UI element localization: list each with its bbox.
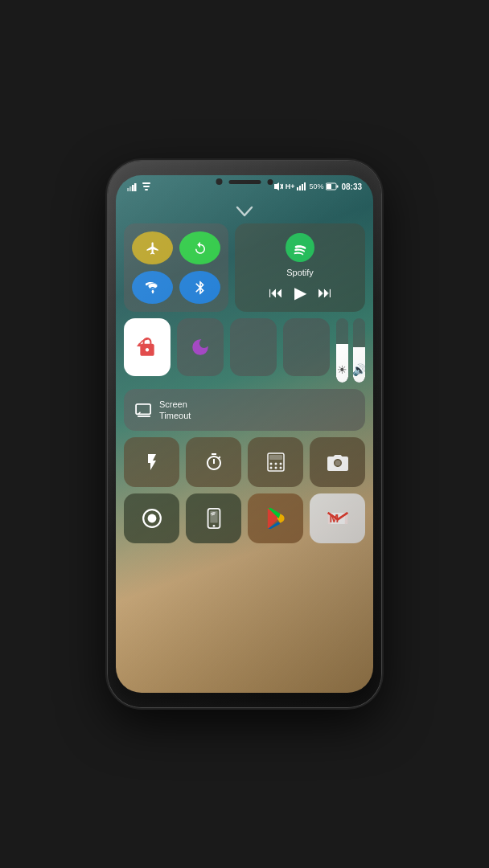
cell-signal-icon (297, 182, 306, 190)
screen-timeout-button[interactable]: Screen Timeout (124, 389, 365, 431)
svg-rect-11 (299, 186, 301, 190)
screen-timeout-label-line2: Timeout (159, 410, 191, 421)
timer-button[interactable] (186, 437, 241, 487)
network-type-label: H+ (286, 182, 295, 190)
svg-rect-4 (142, 182, 150, 184)
svg-rect-18 (136, 404, 150, 415)
spotify-panel: Spotify ⏮ ▶ ⏭ (235, 223, 365, 312)
camera-button[interactable] (310, 437, 365, 487)
front-camera-secondary (268, 179, 273, 185)
svg-rect-2 (132, 185, 134, 191)
spotify-controls: ⏮ ▶ ⏭ (269, 283, 332, 302)
svg-point-24 (269, 467, 272, 469)
svg-rect-34 (344, 513, 347, 524)
mute-icon (273, 182, 283, 191)
svg-point-21 (269, 463, 272, 465)
record-icon (142, 508, 162, 529)
chevron-down-icon[interactable] (236, 204, 253, 221)
svg-rect-1 (129, 186, 132, 191)
battery-label: 50% (309, 182, 323, 190)
front-camera-dot (216, 178, 223, 185)
play-store-button[interactable] (248, 493, 303, 543)
utility-row (124, 437, 365, 487)
spotify-play-button[interactable]: ▶ (294, 283, 306, 302)
volume-slider[interactable]: 🔊 (353, 318, 365, 383)
brightness-icon: ☀ (337, 363, 347, 376)
lock-rotation-icon (137, 337, 158, 358)
svg-point-25 (274, 467, 277, 469)
phone-screen: H+ 50% 08:33 (116, 175, 373, 693)
screen-timeout-row: Screen Timeout (124, 389, 365, 431)
svg-rect-20 (269, 455, 282, 460)
time-label: 08:33 (341, 182, 362, 191)
notch-area (216, 178, 273, 185)
status-right-icons: H+ 50% 08:33 (273, 182, 362, 191)
spotify-label: Spotify (286, 268, 314, 277)
connectivity-row: Spotify ⏮ ▶ ⏭ (124, 223, 365, 312)
spotify-prev-button[interactable]: ⏮ (269, 285, 283, 301)
empty-tile-1 (230, 318, 277, 376)
spotify-logo (286, 233, 314, 262)
app-row: M (124, 493, 365, 543)
moon-icon (190, 337, 211, 358)
speaker-bar (229, 180, 261, 184)
calculator-icon (267, 452, 285, 472)
rotation-lock-button[interactable] (179, 231, 220, 264)
signal-bars-icon (127, 182, 138, 191)
camera-icon (327, 453, 348, 471)
flashlight-button[interactable] (124, 437, 179, 487)
svg-rect-12 (302, 184, 303, 190)
svg-text:M: M (329, 512, 339, 525)
svg-rect-6 (145, 189, 148, 190)
bluetooth-icon (195, 280, 206, 296)
status-left-icons (127, 182, 151, 191)
control-center: Spotify ⏮ ▶ ⏭ (124, 223, 365, 685)
cast-phone-button[interactable] (186, 493, 241, 543)
quick-tiles-row: ☀ 🔊 (124, 318, 365, 383)
airplane-icon (146, 241, 160, 256)
svg-point-29 (147, 514, 156, 523)
calculator-button[interactable] (248, 437, 303, 487)
screen-timeout-text: Screen Timeout (159, 399, 191, 422)
status-bar: H+ 50% 08:33 (116, 175, 373, 198)
svg-point-22 (274, 463, 277, 465)
airplane-mode-button[interactable] (132, 231, 173, 264)
screen-timeout-icon (135, 403, 153, 417)
lock-rotation-tile[interactable] (124, 318, 171, 376)
svg-point-27 (335, 461, 340, 466)
spotify-logo-svg (291, 239, 309, 256)
svg-rect-15 (337, 186, 339, 188)
battery-icon (326, 182, 339, 190)
sliders-container: ☀ 🔊 (336, 318, 365, 383)
bluetooth-button[interactable] (179, 271, 220, 304)
phone-device: H+ 50% 08:33 (108, 161, 381, 707)
flashlight-icon (142, 452, 162, 472)
play-store-icon (265, 508, 286, 529)
svg-rect-13 (304, 182, 306, 190)
gmail-icon: M (327, 510, 349, 527)
cast-phone-icon (205, 508, 223, 529)
svg-rect-10 (297, 187, 298, 190)
rotation-icon (193, 241, 208, 256)
svg-point-26 (279, 467, 281, 469)
wifi-toggle-button[interactable] (132, 271, 173, 304)
wifi-status-icon (142, 182, 151, 191)
gmail-button[interactable]: M (310, 493, 365, 543)
timer-icon (204, 452, 224, 472)
svg-point-23 (279, 463, 281, 465)
svg-marker-7 (274, 182, 279, 190)
svg-rect-0 (127, 188, 129, 191)
screen-timeout-label-line1: Screen (159, 399, 191, 410)
do-not-disturb-tile[interactable] (177, 318, 224, 376)
svg-rect-5 (143, 186, 150, 187)
svg-rect-3 (134, 183, 137, 191)
brightness-slider[interactable]: ☀ (336, 318, 348, 383)
screen-record-button[interactable] (124, 493, 179, 543)
connectivity-grid (124, 223, 228, 312)
wifi-icon (146, 281, 160, 294)
volume-icon: 🔊 (353, 363, 365, 376)
empty-tile-2 (283, 318, 330, 376)
svg-rect-16 (327, 184, 331, 189)
spotify-next-button[interactable]: ⏭ (318, 285, 332, 301)
svg-point-32 (212, 525, 215, 527)
